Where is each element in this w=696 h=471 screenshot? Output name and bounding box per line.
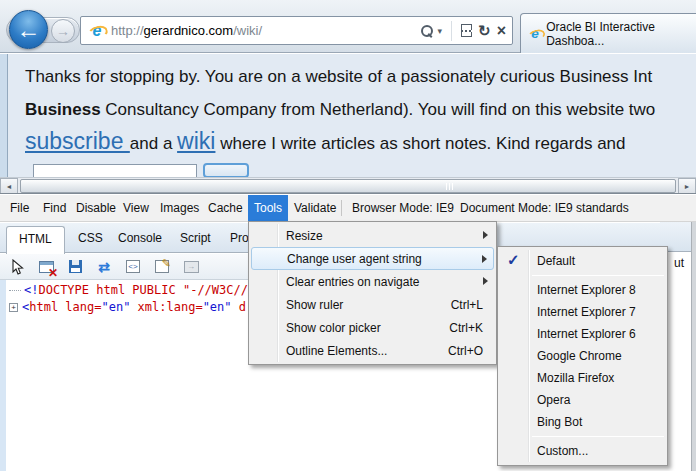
submenu-item-label: Bing Bot bbox=[537, 415, 582, 429]
menubar-item-view[interactable]: View bbox=[123, 195, 149, 221]
tab-console[interactable]: Console bbox=[118, 231, 162, 245]
floppy-glyph bbox=[69, 260, 82, 273]
menu-item-outline-elements[interactable]: Outline Elements... Ctrl+O bbox=[249, 339, 496, 362]
select-element-icon[interactable] bbox=[8, 258, 26, 276]
submenu-item-mozilla-firefox[interactable]: Mozilla Firefox bbox=[498, 367, 667, 389]
address-bar[interactable]: e http://gerardnico.com/wiki/ ▾ ↻ × bbox=[80, 16, 513, 45]
ie-site-icon: e bbox=[88, 22, 106, 40]
menu-item-label: Resize bbox=[286, 229, 323, 243]
url-domain: gerardnico.com bbox=[144, 23, 234, 38]
submenu-item-label: Mozilla Firefox bbox=[537, 371, 614, 385]
menu-item-label: Change user agent string bbox=[287, 252, 422, 266]
tab-css[interactable]: CSS bbox=[78, 231, 103, 245]
submenu-item-default[interactable]: ✓ Default bbox=[498, 250, 667, 272]
scroll-left-button[interactable]: ◄ bbox=[0, 178, 18, 194]
tab-favicon: e bbox=[528, 26, 542, 41]
menu-item-resize[interactable]: Resize bbox=[249, 224, 496, 247]
menubar-item-validate[interactable]: Validate bbox=[294, 195, 336, 221]
code-token: xml:lang= bbox=[130, 300, 202, 314]
menubar-item-cache[interactable]: Cache bbox=[208, 195, 243, 221]
url-protocol: http:// bbox=[111, 23, 144, 38]
angle-brackets-glyph: <> bbox=[126, 260, 140, 273]
save-icon[interactable] bbox=[66, 258, 84, 276]
url-path: /wiki/ bbox=[233, 23, 262, 38]
submenu-separator bbox=[532, 436, 664, 437]
menu-item-clear-entries-on-navigate[interactable]: Clear entries on navigate bbox=[249, 270, 496, 293]
menu-item-show-color-picker[interactable]: Show color picker Ctrl+K bbox=[249, 316, 496, 339]
submenu-item-label: Opera bbox=[537, 393, 570, 407]
code-token: "en" bbox=[101, 300, 130, 314]
wiki-link[interactable]: wiki bbox=[177, 128, 215, 154]
menu-shortcut: Ctrl+K bbox=[449, 321, 483, 335]
submenu-item-internet-explorer-6[interactable]: Internet Explorer 6 bbox=[498, 323, 667, 345]
menu-shortcut: Ctrl+L bbox=[451, 298, 483, 312]
submenu-item-opera[interactable]: Opera bbox=[498, 389, 667, 411]
submenu-item-bing-bot[interactable]: Bing Bot bbox=[498, 411, 667, 433]
page-paragraph-line-1: Thanks for stopping by. You are on a web… bbox=[25, 67, 652, 87]
edit-icon[interactable] bbox=[153, 258, 171, 276]
expand-node-icon[interactable]: + bbox=[9, 303, 18, 312]
refresh-dom-icon[interactable]: ⇄ bbox=[95, 258, 113, 276]
address-bar-divider bbox=[451, 21, 452, 41]
bold-business-text: Business bbox=[25, 100, 101, 119]
tab-script[interactable]: Script bbox=[180, 231, 211, 245]
clear-browser-cache-icon[interactable]: ✕ bbox=[37, 258, 55, 276]
element-source-disabled-icon: → bbox=[182, 258, 200, 276]
tab-html[interactable]: HTML bbox=[6, 226, 65, 254]
browser-chrome: ← → e http://gerardnico.com/wiki/ ▾ ↻ × … bbox=[0, 0, 696, 53]
document-mode-menu[interactable]: Document Mode: IE9 standards bbox=[460, 195, 629, 221]
code-line-doctype: <!DOCTYPE html PUBLIC "-//W3C// bbox=[9, 283, 248, 297]
code-token: d bbox=[232, 300, 246, 314]
devtools-menubar: File Find Disable View Images Cache Tool… bbox=[0, 195, 696, 222]
submenu-item-label: Internet Explorer 8 bbox=[537, 283, 636, 297]
submenu-item-google-chrome[interactable]: Google Chrome bbox=[498, 345, 667, 367]
scrollbar-thumb[interactable] bbox=[20, 179, 676, 193]
line-3-mid: and a bbox=[130, 134, 177, 153]
scroll-right-icon: ► bbox=[684, 183, 691, 190]
page-search-input[interactable] bbox=[33, 164, 197, 177]
browser-mode-menu[interactable]: Browser Mode: IE9 bbox=[352, 195, 454, 221]
menu-item-show-ruler[interactable]: Show ruler Ctrl+L bbox=[249, 293, 496, 316]
forward-button[interactable]: → bbox=[51, 19, 75, 43]
stop-icon[interactable]: × bbox=[497, 24, 506, 38]
page-search-button[interactable] bbox=[203, 163, 249, 177]
menubar-item-images[interactable]: Images bbox=[160, 195, 199, 221]
tools-dropdown-menu: Resize Change user agent string Clear en… bbox=[248, 221, 497, 365]
pencil-glyph bbox=[155, 260, 169, 273]
subscribe-link[interactable]: subscribe bbox=[25, 128, 130, 154]
browser-tab[interactable]: e Oracle BI Interactive Dashboa... bbox=[520, 13, 696, 53]
gray-arrow-glyph: → bbox=[184, 261, 199, 273]
forward-icon: → bbox=[56, 23, 70, 39]
submenu-item-label: Google Chrome bbox=[537, 349, 622, 363]
scroll-right-button[interactable]: ► bbox=[678, 178, 696, 194]
submenu-item-internet-explorer-7[interactable]: Internet Explorer 7 bbox=[498, 301, 667, 323]
page-paragraph-line-3: subscribe and a wiki where I write artic… bbox=[25, 128, 626, 155]
menu-item-label: Outline Elements... bbox=[286, 344, 387, 358]
menu-item-label: Show color picker bbox=[286, 321, 381, 335]
menubar-item-find[interactable]: Find bbox=[43, 195, 66, 221]
search-icon[interactable] bbox=[421, 25, 432, 36]
menu-shortcut: Ctrl+O bbox=[448, 344, 483, 358]
code-token: html lang= bbox=[29, 300, 101, 314]
code-token: <! bbox=[24, 283, 38, 297]
compatibility-view-icon[interactable] bbox=[461, 24, 472, 37]
menubar-item-tools[interactable]: Tools bbox=[248, 195, 288, 221]
menu-item-label: Clear entries on navigate bbox=[286, 275, 419, 289]
submenu-item-custom[interactable]: Custom... bbox=[498, 440, 667, 462]
refresh-icon[interactable]: ↻ bbox=[478, 22, 491, 40]
menu-item-change-user-agent-string[interactable]: Change user agent string bbox=[251, 247, 494, 270]
line-3-rest: where I write articles as short notes. K… bbox=[215, 134, 625, 153]
menubar-item-disable[interactable]: Disable bbox=[76, 195, 116, 221]
code-gutter bbox=[0, 280, 6, 471]
view-source-icon[interactable]: <> bbox=[124, 258, 142, 276]
submenu-arrow-icon bbox=[483, 277, 488, 285]
red-x-glyph: ✕ bbox=[48, 266, 58, 280]
search-dropdown-caret-icon[interactable]: ▾ bbox=[438, 26, 443, 36]
horizontal-scrollbar[interactable]: ◄ ► bbox=[0, 177, 696, 193]
submenu-item-internet-explorer-8[interactable]: Internet Explorer 8 bbox=[498, 279, 667, 301]
menubar-item-file[interactable]: File bbox=[10, 195, 29, 221]
web-page-content: Thanks for stopping by. You are on a web… bbox=[0, 54, 696, 177]
submenu-item-label: Internet Explorer 6 bbox=[537, 327, 636, 341]
back-button[interactable]: ← bbox=[9, 10, 48, 49]
back-icon: ← bbox=[17, 16, 41, 44]
